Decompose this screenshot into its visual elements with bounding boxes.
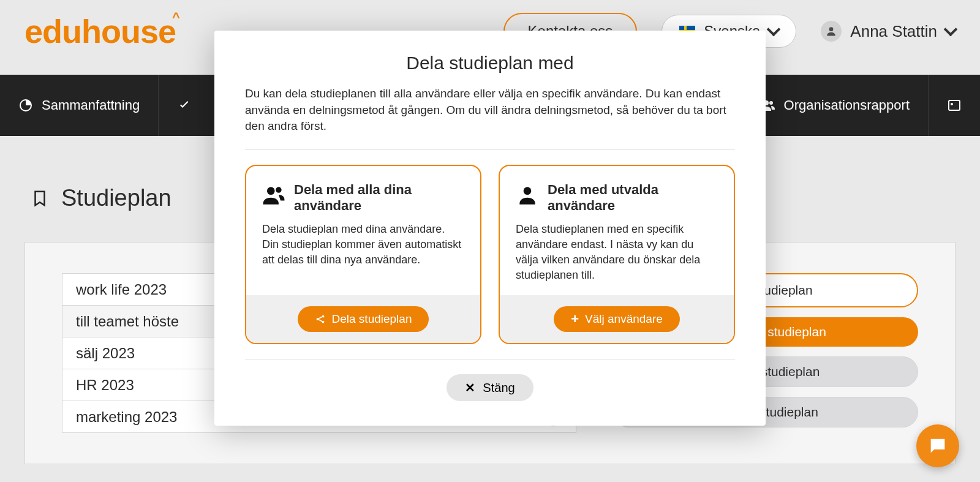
user-icon xyxy=(516,183,539,206)
share-select-card: Dela med utvalda användare Dela studiepl… xyxy=(499,165,735,345)
modal-description: Du kan dela studieplanen till alla använ… xyxy=(245,86,735,135)
users-group-icon xyxy=(262,183,285,206)
share-all-cta: Dela studieplan xyxy=(332,312,412,326)
select-users-button[interactable]: + Välj användare xyxy=(554,306,680,332)
select-users-cta: Välj användare xyxy=(585,312,663,326)
share-all-text: Dela studieplan med dina användare. Din … xyxy=(262,222,464,268)
close-icon: ✕ xyxy=(465,380,475,395)
share-icon xyxy=(315,314,326,325)
divider xyxy=(245,359,735,360)
chat-fab[interactable] xyxy=(916,424,959,467)
share-modal: Dela studieplan med Du kan dela studiepl… xyxy=(214,31,766,426)
svg-point-14 xyxy=(524,187,532,195)
close-label: Stäng xyxy=(483,381,514,395)
modal-title: Dela studieplan med xyxy=(245,53,735,73)
divider xyxy=(245,149,735,150)
svg-point-9 xyxy=(267,187,275,195)
modal-overlay: Dela studieplan med Du kan dela studiepl… xyxy=(0,0,980,482)
share-all-card: Dela med alla dina användare Dela studie… xyxy=(245,165,481,345)
share-select-text: Dela studieplanen med en specifik använd… xyxy=(516,222,718,284)
svg-point-10 xyxy=(276,187,282,193)
share-select-title: Dela med utvalda användare xyxy=(548,182,718,214)
share-all-title: Dela med alla dina användare xyxy=(294,182,464,214)
close-modal-button[interactable]: ✕ Stäng xyxy=(447,374,533,401)
share-all-button[interactable]: Dela studieplan xyxy=(298,306,429,332)
chat-icon xyxy=(927,435,948,456)
